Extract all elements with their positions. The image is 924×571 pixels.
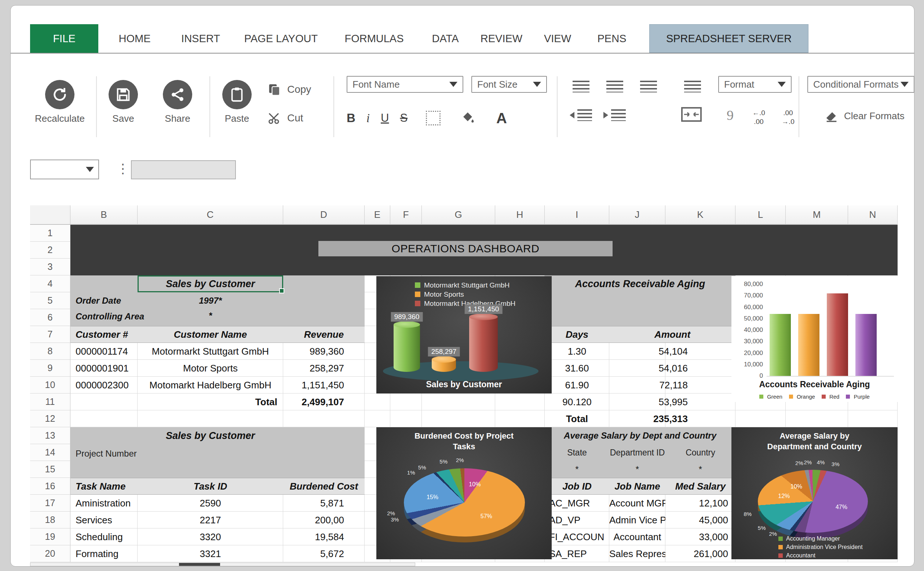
underline-button[interactable]: U xyxy=(381,111,389,125)
row-header-4[interactable]: 4 xyxy=(30,275,71,292)
tab-data[interactable]: DATA xyxy=(432,24,458,53)
row-header-15[interactable]: 15 xyxy=(30,461,71,478)
increase-indent-icon[interactable] xyxy=(603,109,626,121)
sales-filter-band[interactable]: Order Date 1997* Controlling Area * xyxy=(71,292,365,326)
filter-country-value[interactable]: * xyxy=(665,464,736,475)
cell-job-name[interactable]: Account MGR xyxy=(609,498,665,509)
font-name-select[interactable]: Font Name xyxy=(347,76,463,93)
cell-job-id[interactable]: FI_ACCOUN xyxy=(545,531,609,543)
active-sheet-tab[interactable] xyxy=(179,563,220,566)
select-all-corner[interactable] xyxy=(30,205,71,225)
cell-customer-number[interactable]: 0000001174 xyxy=(71,346,137,357)
row-header-3[interactable]: 3 xyxy=(30,259,71,275)
table-row[interactable]: Formating 3321 5,672 xyxy=(71,545,365,562)
cell-med-salary[interactable]: 261,000 xyxy=(665,548,736,560)
cell-task-id[interactable]: 3320 xyxy=(137,531,283,543)
tab-pens[interactable]: PENS xyxy=(597,24,626,53)
cell-burdened-cost[interactable]: 200,00 xyxy=(283,514,365,526)
borders-icon[interactable] xyxy=(426,111,441,125)
row-header-7[interactable]: 7 xyxy=(30,326,71,343)
row-header-16[interactable]: 16 xyxy=(30,478,71,495)
salary-filter-band[interactable]: State Department ID Country * * * xyxy=(545,444,736,478)
cell-task-name[interactable]: Services xyxy=(71,514,137,526)
table-row[interactable]: FI_ACCOUN Accountant 33,000 xyxy=(545,528,736,545)
aging-total-row[interactable]: Total 235,313 xyxy=(545,411,736,427)
cell-customer-number[interactable]: 0000002300 xyxy=(71,380,137,391)
table-row[interactable]: 90.120 53,995 xyxy=(545,394,736,411)
accounts-receivable-aging-chart[interactable]: 80,00070,00060,00050,00040,00030,00020,0… xyxy=(731,276,898,402)
cell-task-name[interactable]: Scheduling xyxy=(71,531,137,543)
salary-header-row[interactable]: Job ID Job Name Med Salary xyxy=(545,478,736,495)
cell-job-id[interactable]: AC_MGR xyxy=(545,498,609,509)
font-color-button[interactable]: A xyxy=(496,110,507,127)
column-header-i[interactable]: I xyxy=(545,205,609,225)
column-header-h[interactable]: H xyxy=(495,205,545,225)
table-row[interactable]: Services 2217 200,00 xyxy=(71,512,365,528)
sales-total-row[interactable]: Total 2,499,107 xyxy=(71,394,365,411)
cell-customer-name[interactable]: Motomarkt Hadelberg GmbH xyxy=(137,380,283,391)
average-salary-chart[interactable]: Average Salary by Department and Country… xyxy=(731,427,898,559)
number-style-icon[interactable]: 9 xyxy=(727,107,734,123)
cell-job-id[interactable]: SA_REP xyxy=(545,548,609,560)
column-header-k[interactable]: K xyxy=(665,205,736,225)
recalculate-button[interactable]: Recalculate xyxy=(31,80,89,124)
table-row[interactable]: 0000001901 Motor Sports 258,297 xyxy=(71,360,365,377)
column-header-l[interactable]: L xyxy=(736,205,786,225)
filter-state-value[interactable]: * xyxy=(545,464,609,475)
table-row[interactable]: 0000002300 Motomarkt Hadelberg GmbH 1,15… xyxy=(71,377,365,394)
tab-review[interactable]: REVIEW xyxy=(481,24,522,53)
cell-task-name[interactable]: Aministration xyxy=(71,498,137,509)
cell-revenue[interactable]: 1,151,450 xyxy=(283,380,365,391)
conditional-formats-select[interactable]: Conditional Formats xyxy=(807,76,915,93)
table-row[interactable]: 61.90 72,118 xyxy=(545,377,736,394)
aging-header-row[interactable]: Days Amount xyxy=(545,326,736,343)
wrap-text-icon[interactable] xyxy=(684,81,701,93)
merge-cells-icon[interactable] xyxy=(681,107,702,123)
clear-formats-button[interactable]: Clear Formats xyxy=(824,108,905,123)
copy-button[interactable]: Copy xyxy=(267,81,311,98)
cell-job-name[interactable]: Accountant xyxy=(609,531,665,543)
paste-button[interactable]: Paste xyxy=(208,80,266,124)
sheet-tab-bar[interactable] xyxy=(30,563,415,566)
formula-bar-menu-icon[interactable]: ⋮ xyxy=(116,161,130,176)
table-row[interactable]: Scheduling 3320 19,584 xyxy=(71,528,365,545)
fill-color-icon[interactable] xyxy=(461,111,474,125)
cell-job-name[interactable]: Sales Represen xyxy=(609,548,665,560)
table-row[interactable]: AD_VP Admin Vice Pre 45,000 xyxy=(545,512,736,528)
cell-job-name[interactable]: Admin Vice Pre xyxy=(609,514,665,526)
cell-customer-name[interactable]: Motor Sports xyxy=(137,363,283,374)
decrease-indent-icon[interactable] xyxy=(570,109,592,121)
italic-button[interactable]: i xyxy=(366,111,370,125)
tab-page-layout[interactable]: PAGE LAYOUT xyxy=(244,24,318,53)
column-header-n[interactable]: N xyxy=(848,205,898,225)
tasks-filter-band[interactable]: Project Number xyxy=(71,444,365,478)
cell-amount[interactable]: 72,118 xyxy=(609,380,736,391)
sales-by-customer-chart[interactable]: Motormarkt Stuttgart GmbH Motor Sports M… xyxy=(376,276,552,394)
row-header-8[interactable]: 8 xyxy=(30,343,71,360)
table-row[interactable]: SA_REP Sales Represen 261,000 xyxy=(545,545,736,562)
column-header-m[interactable]: M xyxy=(786,205,848,225)
cell-task-id[interactable]: 2590 xyxy=(137,498,283,509)
row-header-17[interactable]: 17 xyxy=(30,495,71,512)
row-header-9[interactable]: 9 xyxy=(30,360,71,377)
cell-revenue[interactable]: 989,360 xyxy=(283,346,365,357)
cell-med-salary[interactable]: 33,000 xyxy=(665,531,736,543)
cell-days[interactable]: 31.60 xyxy=(545,363,609,374)
row-header-12[interactable]: 12 xyxy=(30,411,71,427)
format-select[interactable]: Format xyxy=(718,76,791,93)
cell-burdened-cost[interactable]: 5,672 xyxy=(283,548,365,560)
tab-view[interactable]: VIEW xyxy=(544,24,571,53)
cell-job-id[interactable]: AD_VP xyxy=(545,514,609,526)
name-box[interactable] xyxy=(30,159,99,179)
column-header-g[interactable]: G xyxy=(422,205,495,225)
tab-spreadsheet-server[interactable]: SPREADSHEET SERVER xyxy=(649,24,808,53)
column-header-d[interactable]: D xyxy=(283,205,365,225)
row-header-2[interactable]: 2 xyxy=(30,242,71,259)
table-row[interactable]: Aministration 2590 5,871 xyxy=(71,495,365,512)
tab-home[interactable]: HOME xyxy=(119,24,151,53)
font-size-select[interactable]: Font Size xyxy=(471,76,547,93)
cell-customer-name[interactable]: Motormarkt Stuttgart GmbH xyxy=(137,346,283,357)
cell-amount[interactable]: 54,104 xyxy=(609,346,736,357)
tasks-header-row[interactable]: Task Name Task ID Burdened Cost xyxy=(71,478,365,495)
column-header-b[interactable]: B xyxy=(71,205,137,225)
